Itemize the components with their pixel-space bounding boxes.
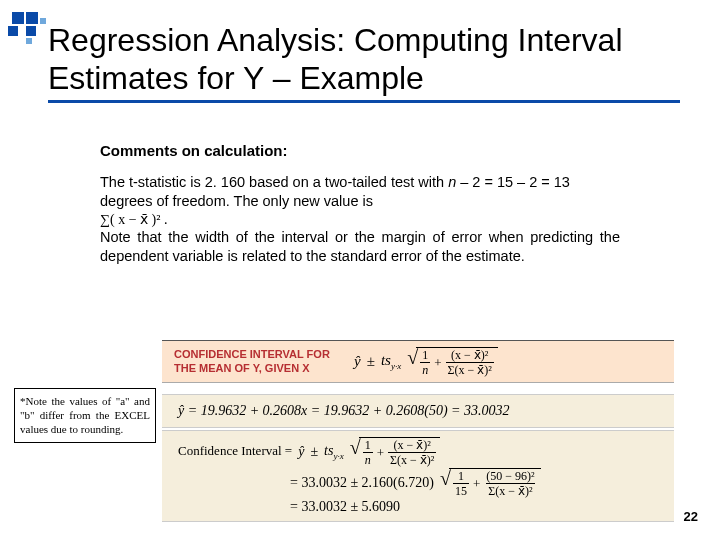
f-sqrt: √ 1n + (x − x̄)²Σ(x − x̄)² [407, 347, 498, 376]
f-t: ts [381, 352, 391, 368]
ci-row3: = 33.0032 ± 5.6090 [290, 499, 400, 515]
ci-formula-label: CONFIDENCE INTERVAL FOR THE MEAN OF Y, G… [174, 348, 354, 376]
comments-subheading: Comments on calculation: [100, 142, 620, 159]
slide-title: Regression Analysis: Computing Interval … [48, 22, 680, 103]
reg-line-eq: ŷ = 19.9632 + 0.2608x = 19.9632 + 0.2608… [178, 403, 510, 419]
regression-eval-box: ŷ = 19.9632 + 0.2608x = 19.9632 + 0.2608… [162, 394, 674, 428]
f-tsub: y·x [391, 361, 401, 371]
f-pm: ± [367, 353, 375, 370]
ci-formula-box: CONFIDENCE INTERVAL FOR THE MEAN OF Y, G… [162, 340, 674, 383]
sigma-expression: ∑( x − x̄ )² . [100, 211, 620, 228]
ci-worked-box: Confidence Interval = ŷ ± tsy·x √ 1n + (… [162, 430, 674, 522]
paragraph-2: Note that the width of the interval or t… [100, 228, 620, 266]
body-content: Comments on calculation: The t-statistic… [100, 142, 620, 265]
p1-a: The t-statistic is 2. 160 based on a two… [100, 174, 448, 190]
page-number: 22 [684, 509, 698, 524]
ci-row2: = 33.0032 ± 2.160(6.720) [290, 475, 434, 491]
ci-label: Confidence Interval = [178, 443, 292, 459]
footnote-box: *Note the values of "a" and "b" differ f… [14, 388, 156, 443]
paragraph-1: The t-statistic is 2. 160 based on a two… [100, 173, 620, 211]
f-yhat: ŷ [354, 353, 361, 370]
ci-formula-expr: ŷ ± tsy·x √ 1n + (x − x̄)²Σ(x − x̄)² [354, 347, 498, 376]
